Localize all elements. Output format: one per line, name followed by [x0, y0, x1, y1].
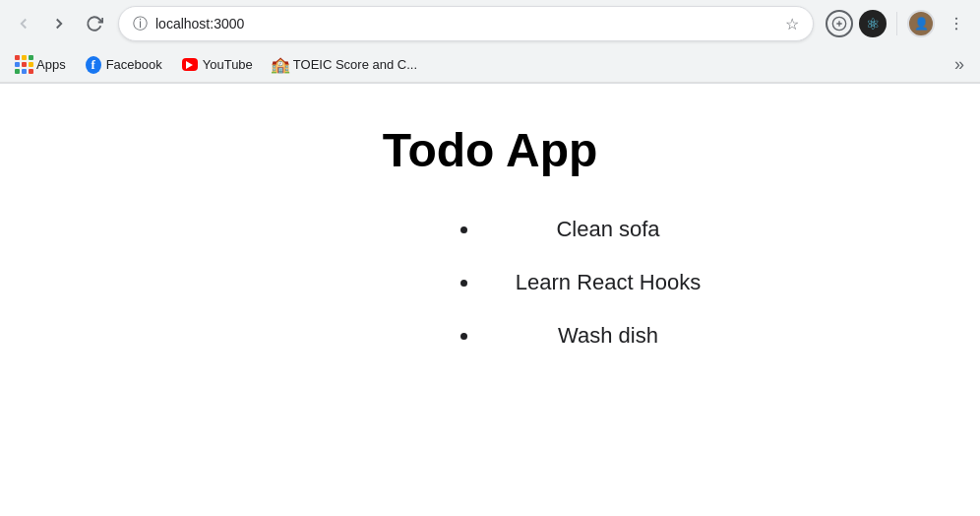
- facebook-icon: f: [86, 57, 101, 73]
- bookmark-youtube[interactable]: YouTube: [174, 53, 261, 77]
- toolbar: ⓘ localhost:3000 ☆ ⚛ 👤: [0, 0, 980, 47]
- address-bar[interactable]: ⓘ localhost:3000 ☆: [118, 6, 814, 41]
- bookmark-facebook[interactable]: f Facebook: [78, 53, 170, 77]
- svg-point-3: [955, 28, 957, 30]
- react-extension-icon[interactable]: ⚛: [859, 10, 887, 37]
- page-title: Todo App: [383, 123, 598, 177]
- toolbar-divider: [896, 12, 897, 35]
- toeic-icon: 🏫: [273, 57, 288, 73]
- profile-avatar[interactable]: 👤: [907, 10, 935, 37]
- info-icon: ⓘ: [133, 15, 148, 33]
- svg-point-1: [955, 18, 957, 20]
- more-options-button[interactable]: [941, 8, 972, 39]
- more-bookmarks-button[interactable]: »: [947, 50, 972, 79]
- json-extension-icon[interactable]: [826, 10, 853, 37]
- toolbar-extensions: ⚛ 👤: [826, 8, 972, 39]
- todo-item-2: Learn React Hooks: [480, 270, 736, 295]
- forward-button[interactable]: [43, 8, 75, 39]
- page-content: Todo App Clean sofa Learn React Hooks Wa…: [0, 84, 980, 416]
- reload-button[interactable]: [79, 8, 110, 39]
- youtube-icon: [182, 57, 198, 73]
- back-button[interactable]: [8, 8, 39, 39]
- url-display: localhost:3000: [155, 16, 777, 32]
- bookmark-toeic-label: TOEIC Score and C...: [293, 57, 417, 72]
- todo-item-3: Wash dish: [480, 323, 736, 349]
- todo-item-1: Clean sofa: [480, 217, 736, 242]
- bookmark-star-icon[interactable]: ☆: [785, 15, 799, 33]
- svg-point-2: [955, 23, 957, 25]
- apps-grid-icon: [16, 57, 31, 73]
- bookmark-facebook-label: Facebook: [106, 57, 162, 72]
- todo-list: Clean sofa Learn React Hooks Wash dish: [244, 217, 736, 376]
- bookmarks-bar: Apps f Facebook YouTube 🏫 TOEIC Score an…: [0, 47, 980, 83]
- bookmark-apps-label: Apps: [36, 57, 66, 72]
- bookmark-apps[interactable]: Apps: [8, 53, 74, 77]
- browser-chrome: ⓘ localhost:3000 ☆ ⚛ 👤: [0, 0, 980, 84]
- bookmark-youtube-label: YouTube: [203, 57, 253, 72]
- bookmark-toeic[interactable]: 🏫 TOEIC Score and C...: [265, 53, 425, 77]
